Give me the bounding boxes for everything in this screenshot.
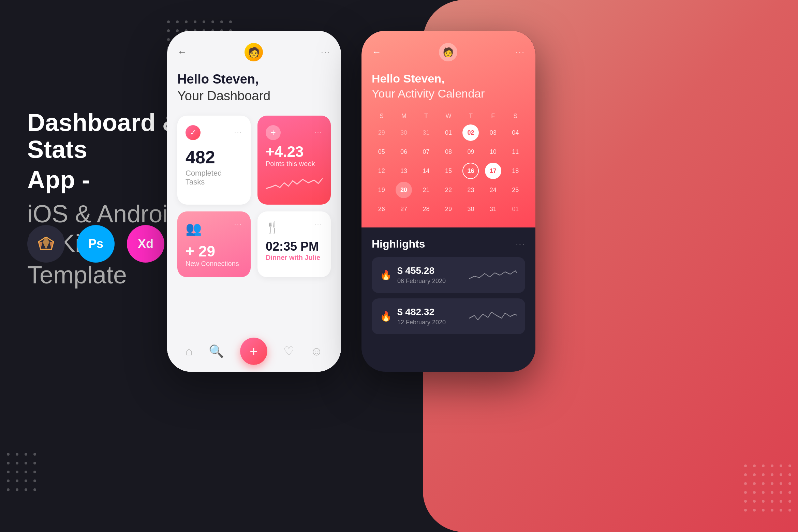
- cal-header-mon: M: [394, 110, 413, 122]
- cal-day[interactable]: 24: [485, 182, 501, 198]
- phone-left: ← 🧑 ··· Hello Steven, Your Dashboard ✓ ·…: [167, 31, 341, 372]
- connections-value: + 29: [186, 243, 242, 260]
- check-icon: ✓: [186, 125, 201, 140]
- phone-right: ← 🧑 ··· Hello Steven, Your Activity Cale…: [361, 31, 535, 372]
- cal-day-selected[interactable]: 02: [462, 124, 479, 141]
- cal-header-thu: T: [461, 110, 481, 122]
- cal-day[interactable]: 22: [440, 182, 457, 198]
- cal-day[interactable]: 05: [373, 144, 390, 160]
- more-button-left[interactable]: ···: [321, 47, 331, 57]
- avatar-right: 🧑: [439, 43, 457, 61]
- highlight-amount-1: $ 455.28: [397, 265, 446, 276]
- dot-grid-bottom-right: [744, 464, 791, 512]
- cal-day[interactable]: 30: [462, 201, 479, 217]
- cal-day-today[interactable]: 17: [485, 163, 501, 179]
- cal-day[interactable]: 09: [462, 144, 479, 160]
- connections-card: 👥 ··· + 29 New Connections: [177, 211, 251, 277]
- connections-label: New Connections: [186, 260, 242, 268]
- cal-day[interactable]: 23: [462, 182, 479, 198]
- title-line2: App -: [27, 166, 90, 193]
- highlight-date-1: 06 February 2020: [397, 278, 446, 285]
- dinner-time: 02:35 PM: [266, 239, 323, 254]
- highlight-date-2: 12 February 2020: [397, 319, 446, 326]
- cal-header-tue: T: [416, 110, 436, 122]
- cal-day[interactable]: 30: [396, 124, 412, 141]
- cal-header-fri: F: [483, 110, 503, 122]
- cal-day-highlight[interactable]: 20: [396, 182, 412, 198]
- greeting-left: Hello Steven, Your Dashboard: [177, 71, 331, 105]
- highlight-sparkline-2: [469, 308, 517, 325]
- cal-day[interactable]: 14: [418, 163, 434, 179]
- more-button-right[interactable]: ···: [515, 47, 525, 57]
- phone-left-header: ← 🧑 ···: [177, 43, 331, 61]
- cal-day[interactable]: 29: [373, 124, 390, 141]
- cal-day[interactable]: 13: [396, 163, 412, 179]
- cal-day[interactable]: 28: [418, 201, 434, 217]
- points-sparkline: [266, 173, 323, 194]
- highlights-more[interactable]: ···: [516, 240, 525, 249]
- fab-button[interactable]: +: [240, 338, 267, 365]
- completed-more[interactable]: ···: [234, 129, 242, 136]
- photoshop-icon: Ps: [77, 225, 115, 263]
- back-button-left[interactable]: ←: [177, 47, 187, 58]
- cal-day-today-outline[interactable]: 16: [462, 163, 479, 179]
- cal-day[interactable]: 10: [485, 144, 501, 160]
- connections-more[interactable]: ···: [234, 221, 242, 236]
- cal-header-wed: W: [439, 110, 458, 122]
- cal-day[interactable]: 27: [396, 201, 412, 217]
- highlight-card-2: 🔥 $ 482.32 12 February 2020: [372, 298, 525, 334]
- points-value: +4.23: [266, 144, 323, 160]
- dinner-card: 🍴 ··· 02:35 PM Dinner with Julie: [257, 211, 331, 277]
- profile-icon[interactable]: ☺: [310, 344, 323, 358]
- highlight-amount-2: $ 482.32: [397, 307, 446, 317]
- title-line2-accent: iOS & Android: [27, 201, 181, 227]
- cal-day[interactable]: 31: [418, 124, 434, 141]
- highlight-sparkline-1: [469, 267, 517, 284]
- cal-day[interactable]: 15: [440, 163, 457, 179]
- cal-day[interactable]: 06: [396, 144, 412, 160]
- dinner-more[interactable]: ···: [314, 221, 323, 234]
- highlight-left-2: 🔥 $ 482.32 12 February 2020: [380, 307, 446, 326]
- completed-number: 482: [186, 147, 242, 167]
- cal-day[interactable]: 03: [485, 124, 501, 141]
- cal-day[interactable]: 07: [418, 144, 434, 160]
- cal-day[interactable]: 01: [440, 124, 457, 141]
- home-icon[interactable]: ⌂: [185, 344, 193, 358]
- left-panel: Dashboard & Stats App - iOS & Android UI…: [27, 109, 191, 291]
- cal-day[interactable]: 01: [507, 201, 523, 217]
- highlights-title: Highlights: [372, 238, 425, 250]
- bottom-nav: ⌂ 🔍 + ♡ ☺: [167, 331, 341, 372]
- phone-right-highlights-section: Highlights ··· 🔥 $ 455.28 06 February 20…: [361, 227, 535, 350]
- completed-tasks-card: ✓ ··· 482 Completed Tasks: [177, 116, 251, 205]
- xd-icon: Xd: [127, 225, 164, 263]
- plus-icon: +: [266, 125, 281, 140]
- search-icon[interactable]: 🔍: [209, 344, 224, 358]
- cal-header-sat: S: [506, 110, 525, 122]
- fire-icon-1: 🔥: [380, 269, 392, 281]
- dashboard-cards: ✓ ··· 482 Completed Tasks + ··· +4.23 Po…: [177, 116, 331, 277]
- cal-day[interactable]: 11: [507, 144, 523, 160]
- highlight-left-1: 🔥 $ 455.28 06 February 2020: [380, 265, 446, 285]
- points-more[interactable]: ···: [314, 129, 323, 136]
- highlights-header: Highlights ···: [372, 238, 525, 250]
- cal-day[interactable]: 12: [373, 163, 390, 179]
- highlight-card-1: 🔥 $ 455.28 06 February 2020: [372, 257, 525, 293]
- cal-day[interactable]: 08: [440, 144, 457, 160]
- cal-day[interactable]: 18: [507, 163, 523, 179]
- completed-label: Completed Tasks: [186, 169, 242, 187]
- cal-day[interactable]: 26: [373, 201, 390, 217]
- fire-icon-2: 🔥: [380, 311, 392, 322]
- cal-day[interactable]: 25: [507, 182, 523, 198]
- dinner-label: Dinner with Julie: [266, 254, 323, 262]
- fork-knife-icon: 🍴: [266, 221, 279, 234]
- cal-header-sun: S: [372, 110, 391, 122]
- cal-day[interactable]: 21: [418, 182, 434, 198]
- heart-icon[interactable]: ♡: [283, 344, 294, 358]
- cal-day[interactable]: 29: [440, 201, 457, 217]
- cal-day[interactable]: 04: [507, 124, 523, 141]
- points-card: + ··· +4.23 Points this week: [257, 116, 331, 205]
- back-button-right[interactable]: ←: [372, 47, 381, 58]
- phone-right-header: ← 🧑 ···: [372, 43, 525, 61]
- cal-day[interactable]: 19: [373, 182, 390, 198]
- cal-day[interactable]: 31: [485, 201, 501, 217]
